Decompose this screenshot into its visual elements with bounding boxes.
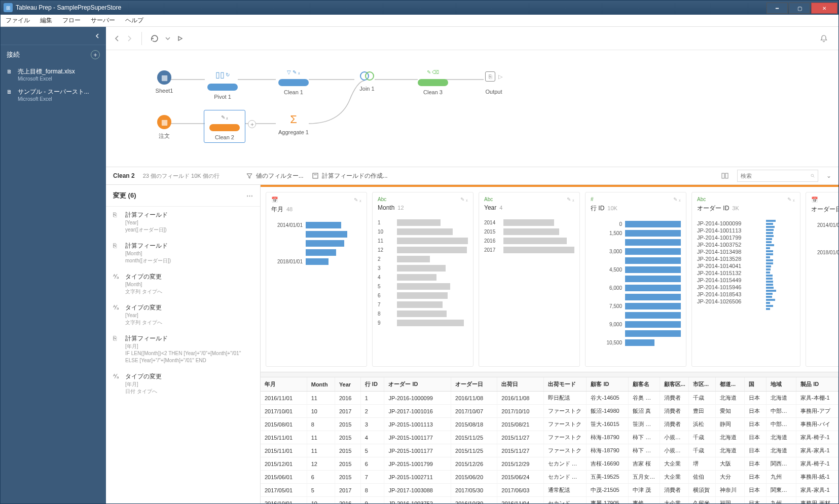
column-header[interactable]: 出荷モード	[543, 377, 587, 392]
card-menu-icon[interactable]: ✎ ᵪ	[354, 197, 361, 203]
view-toggle-icon[interactable]	[721, 172, 729, 180]
svg-rect-42	[766, 308, 770, 310]
column-header[interactable]: 顧客名	[629, 377, 660, 392]
close-button[interactable]: ✕	[811, 3, 837, 14]
sigma-icon: Σ	[287, 113, 300, 126]
search-input[interactable]	[737, 170, 818, 182]
profile-card[interactable]: 📅 ✎ ᵪ 年月48 2014/01/012018/01/01	[266, 192, 367, 367]
filter-values-button[interactable]: 値のフィルター...	[246, 172, 304, 180]
change-item[interactable]: ᴬ⁄ₐ タイプの変更 [Month] 文字列 タイプへ	[106, 268, 260, 299]
changes-menu-icon[interactable]: ⋯	[246, 192, 253, 200]
flow-node-output[interactable]: ⎘ ▷ Output	[471, 71, 517, 95]
type-icon: ᴬ⁄ₐ	[113, 303, 121, 326]
column-header[interactable]: 顧客区...	[660, 377, 688, 392]
profile-card[interactable]: Abc ✎ ᵪ Month12 110111223456789	[372, 192, 473, 367]
options-dropdown[interactable]: ⌄	[826, 172, 831, 179]
calc-icon: ⎘	[113, 242, 121, 264]
run-flow-button[interactable]	[176, 35, 184, 42]
profile-cards-row[interactable]: 📅 ✎ ᵪ 年月48 2014/01/012018/01/01 Abc ✎ ᵪ …	[261, 187, 838, 372]
back-button[interactable]	[113, 34, 121, 43]
svg-rect-29	[766, 268, 771, 270]
svg-rect-15	[766, 226, 775, 228]
maximize-button[interactable]: ▢	[789, 3, 810, 14]
flow-node-sheet1[interactable]: ▦ Sheet1	[141, 70, 187, 94]
flow-canvas[interactable]: ▦ Sheet1 ▯▯↻ Pivot 1 ▽ ✎ ᵪ Clean 1	[106, 50, 838, 167]
document-icon: 🗎	[7, 68, 14, 74]
change-item[interactable]: ᴬ⁄ₐ タイプの変更 [年月] 日付 タイプへ	[106, 368, 260, 399]
connections-label: 接続	[7, 50, 20, 59]
flow-node-join1[interactable]: Join 1	[344, 70, 390, 92]
profile-card[interactable]: Abc ✎ ᵪ オーダー ID3K JP-2014-1000099JP-2014…	[691, 192, 800, 367]
column-header[interactable]: Year	[335, 377, 360, 392]
refresh-button[interactable]	[150, 34, 159, 43]
join-icon	[359, 70, 375, 83]
menu-server[interactable]: サーバー	[86, 15, 120, 26]
profile-card[interactable]: # ✎ ᵪ 行 ID10K 01,5003,0004,5006,0007,500…	[585, 192, 686, 367]
card-menu-icon[interactable]: ✎ ᵪ	[460, 197, 468, 202]
menu-file[interactable]: ファイル	[1, 15, 35, 26]
menu-edit[interactable]: 編集	[35, 15, 57, 26]
card-menu-icon[interactable]: ✎ ᵪ	[567, 197, 574, 202]
column-header[interactable]: Month	[307, 377, 335, 392]
column-header[interactable]: 行 ID	[360, 377, 384, 392]
column-header[interactable]: オーダー日	[451, 377, 497, 392]
table-row[interactable]: 2016/10/011020169JP-2016-10037522016/10/…	[261, 497, 838, 504]
data-grid[interactable]: 年月MonthYear行 IDオーダー IDオーダー日出荷日出荷モード顧客 ID…	[261, 377, 838, 503]
change-item[interactable]: ⎘ 計算フィールド [年月] IF LEN([Month])<2 THEN [Y…	[106, 330, 260, 368]
column-header[interactable]: 市区...	[688, 377, 715, 392]
run-output-icon[interactable]: ▷	[498, 73, 502, 80]
flow-node-order[interactable]: ▦ 注文	[141, 115, 187, 140]
column-header[interactable]: オーダー ID	[384, 377, 451, 392]
table-row[interactable]: 2015/06/01620157JP-2015-10027112015/06/2…	[261, 471, 838, 484]
column-header[interactable]: 年月	[261, 377, 307, 392]
funnel-icon	[246, 172, 253, 179]
flow-node-clean2[interactable]: ✎ ᵪ Clean 2	[204, 110, 245, 143]
column-header[interactable]: 都道...	[715, 377, 744, 392]
flow-node-aggregate1[interactable]: Σ Aggregate 1	[271, 113, 316, 135]
table-row[interactable]: 2016/11/011120161JP-2016-10000992016/11/…	[261, 392, 838, 405]
profile-card[interactable]: Abc ✎ ᵪ Year4 2014201520162017	[479, 192, 580, 367]
change-item[interactable]: ⎘ 計算フィールド [Month] month([オーダー日])	[106, 238, 260, 268]
change-item[interactable]: ᴬ⁄ₐ タイプの変更 [Year] 文字列 タイプへ	[106, 299, 260, 330]
horizontal-scrollbar[interactable]	[261, 372, 838, 377]
column-header[interactable]: 顧客 ID	[587, 377, 629, 392]
profile-pane: 📅 ✎ ᵪ 年月48 2014/01/012018/01/01 Abc ✎ ᵪ …	[261, 185, 838, 503]
step-meta: 23 個のフィールド 10K 個の行	[143, 172, 220, 180]
svg-rect-23	[766, 250, 773, 252]
connection-item[interactable]: 🗎 売上目標_format.xlsx Microsoft Excel	[1, 64, 106, 85]
column-header[interactable]: 製品 ID	[796, 377, 838, 392]
minimize-button[interactable]: ━	[767, 3, 788, 14]
add-connection-button[interactable]: ＋	[91, 50, 100, 59]
svg-rect-14	[766, 223, 773, 225]
table-row[interactable]: 2015/11/011120155JP-2015-10011772015/11/…	[261, 444, 838, 457]
card-menu-icon[interactable]: ✎ ᵪ	[673, 197, 681, 202]
svg-rect-9	[722, 173, 724, 178]
sidebar-collapse-button[interactable]	[1, 27, 106, 45]
flow-node-clean3[interactable]: ✎ ⌫ Clean 3	[410, 69, 456, 95]
column-header[interactable]: 国	[745, 377, 766, 392]
notifications-icon[interactable]	[819, 34, 828, 43]
column-header[interactable]: 地域	[766, 377, 796, 392]
forward-button[interactable]	[125, 34, 133, 43]
table-row[interactable]: 2015/08/01820153JP-2015-10011132015/08/1…	[261, 418, 838, 431]
change-item[interactable]: ⎘ 計算フィールド [Year] year([オーダー日])	[106, 207, 260, 238]
flow-node-pivot1[interactable]: ▯▯↻ Pivot 1	[200, 69, 245, 100]
table-row[interactable]: 2015/12/011220156JP-2015-10017992015/12/…	[261, 457, 838, 471]
step-toolbar: Clean 2 23 個のフィールド 10K 個の行 値のフィルター... 計算…	[106, 167, 838, 185]
table-row[interactable]: 2015/11/011120154JP-2015-10011772015/11/…	[261, 431, 838, 444]
flow-node-clean1[interactable]: ▽ ✎ ᵪ Clean 1	[271, 69, 316, 95]
menu-help[interactable]: ヘルプ	[120, 15, 149, 26]
app-window: ⊞ Tableau Prep - SamplePrepSuperStore ━ …	[0, 0, 839, 504]
column-header[interactable]: 出荷日	[497, 377, 543, 392]
add-step-button[interactable]: ＋	[248, 120, 256, 128]
table-row[interactable]: 2017/05/01520178JP-2017-10030882017/05/3…	[261, 484, 838, 497]
clean-icons: ✎ ᵪ	[206, 114, 243, 120]
create-calc-button[interactable]: 計算フィールドの作成...	[312, 172, 388, 180]
table-row[interactable]: 2017/10/011020172JP-2017-10010162017/10/…	[261, 405, 838, 418]
svg-rect-7	[313, 173, 318, 178]
connection-item[interactable]: 🗎 サンプル - スーパースト... Microsoft Excel	[1, 85, 106, 105]
profile-card[interactable]: 📅 ✎ ᵪ オーダー日1K 2014/01/012018/01/01	[806, 192, 838, 367]
chevron-down-icon[interactable]	[164, 35, 171, 42]
menu-flow[interactable]: フロー	[57, 15, 86, 26]
card-menu-icon[interactable]: ✎ ᵪ	[787, 197, 795, 202]
